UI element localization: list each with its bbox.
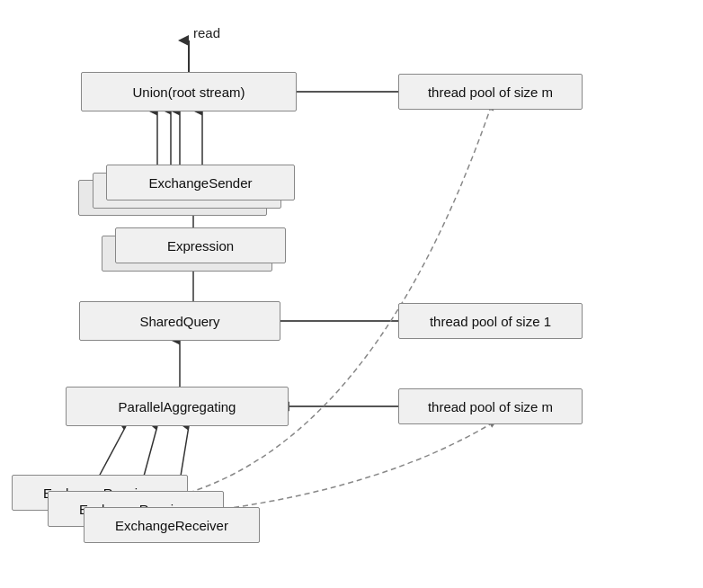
expression-node: Expression bbox=[115, 227, 286, 263]
thread-pool-2: thread pool of size 1 bbox=[398, 303, 583, 339]
diagram-container: read Union(root stream) ExchangeSender E… bbox=[0, 0, 703, 588]
exchange-receiver-node-3: ExchangeReceiver bbox=[84, 507, 260, 543]
svg-line-12 bbox=[99, 426, 126, 477]
exchange-sender-node: ExchangeSender bbox=[106, 165, 295, 200]
read-label: read bbox=[193, 25, 220, 40]
union-node: Union(root stream) bbox=[81, 72, 297, 111]
shared-query-node: SharedQuery bbox=[79, 301, 280, 341]
thread-pool-1: thread pool of size m bbox=[398, 74, 583, 110]
parallel-aggregating-node: ParallelAggregating bbox=[66, 387, 289, 426]
thread-pool-3: thread pool of size m bbox=[398, 388, 583, 424]
